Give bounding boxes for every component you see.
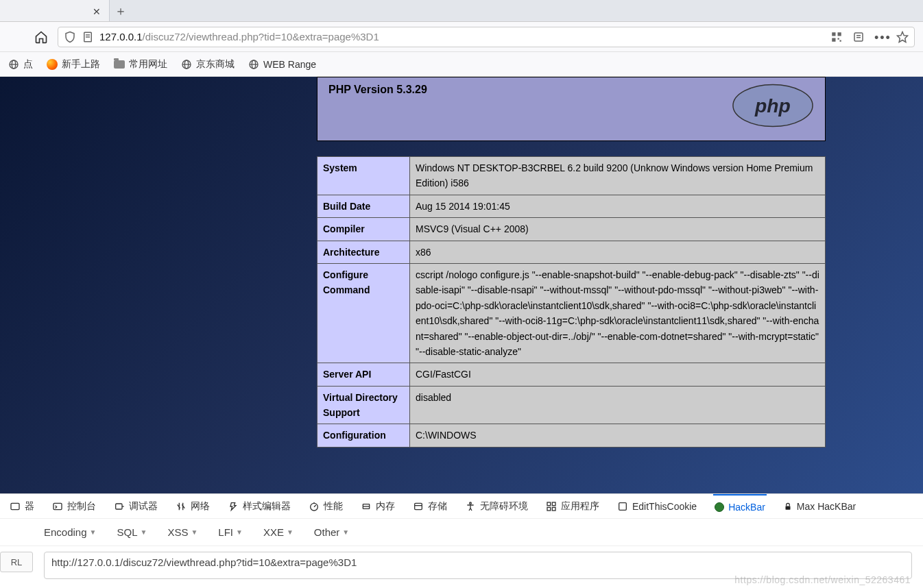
php-logo: php — [732, 84, 814, 127]
new-tab-button[interactable]: ＋ — [110, 0, 132, 21]
svg-rect-33 — [552, 502, 555, 506]
bookmark-item[interactable]: WEB Range — [248, 59, 316, 70]
hackbar-url-input[interactable] — [44, 552, 912, 579]
menu-label: Other — [314, 526, 340, 538]
devtab-performance[interactable]: 性能 — [307, 494, 344, 518]
hackbar-xss-menu[interactable]: XSS▼ — [167, 526, 197, 538]
table-row: Server APICGI/FastCGI — [317, 363, 826, 386]
hackbar-xxe-menu[interactable]: XXE▼ — [263, 526, 293, 538]
devtab-application[interactable]: 应用程序 — [544, 494, 601, 518]
hackbar-encoding-menu[interactable]: Encoding▼ — [44, 526, 96, 538]
devtab-accessibility[interactable]: 无障碍环境 — [464, 494, 529, 518]
bookmark-star-icon[interactable] — [896, 31, 909, 43]
bookmark-item[interactable]: 点 — [8, 58, 33, 71]
devtab-label: Max HacKBar — [797, 501, 856, 512]
bookmark-item[interactable]: 新手上路 — [47, 58, 100, 71]
home-button[interactable] — [34, 30, 48, 44]
menu-label: SQL — [117, 526, 137, 538]
phpinfo-key: Server API — [317, 363, 410, 386]
qr-icon[interactable] — [830, 31, 843, 43]
devtab-storage[interactable]: 存储 — [411, 494, 448, 518]
hackbar-icon — [715, 502, 724, 512]
devtab-style[interactable]: 样式编辑器 — [226, 494, 292, 518]
menu-label: XXE — [263, 526, 284, 538]
network-icon — [176, 501, 187, 512]
devtab-hackbar[interactable]: HackBar — [713, 494, 767, 518]
devtab-console[interactable]: 控制台 — [51, 494, 97, 518]
folder-icon — [114, 59, 125, 70]
table-row: CompilerMSVC9 (Visual C++ 2008) — [317, 218, 826, 241]
browser-tab[interactable]: ✕ — [0, 0, 110, 21]
bookmark-label: 新手上路 — [62, 58, 100, 71]
devtab-label: EditThisCookie — [632, 501, 697, 512]
bookmark-item[interactable]: 京东商城 — [181, 58, 235, 71]
firefox-icon — [47, 59, 58, 70]
hackbar-sql-menu[interactable]: SQL▼ — [117, 526, 147, 538]
phpinfo-value: Aug 15 2014 19:01:45 — [410, 195, 826, 217]
svg-rect-7 — [840, 40, 841, 41]
reader-icon[interactable] — [852, 31, 865, 43]
browser-tabbar: ✕ ＋ — [0, 0, 923, 22]
phpinfo-container: PHP Version 5.3.29 php SystemWindows NT … — [317, 77, 826, 448]
bookmarks-toolbar: 点 新手上路 常用网址 京东商城 WEB Range — [0, 52, 923, 77]
devtab-maxhackbar[interactable]: Max HacKBar — [782, 494, 857, 518]
bookmark-label: 常用网址 — [129, 58, 167, 71]
performance-icon — [309, 501, 320, 512]
devtab-label: 控制台 — [67, 500, 96, 513]
style-icon — [228, 501, 239, 512]
hackbar-toolbar: Encoding▼ SQL▼ XSS▼ LFI▼ XXE▼ Other▼ — [0, 518, 923, 546]
devtab-memory[interactable]: 内存 — [359, 494, 396, 518]
devtab-debugger[interactable]: 调试器 — [112, 494, 159, 518]
globe-icon — [181, 59, 192, 70]
svg-rect-5 — [832, 38, 835, 41]
phpinfo-value: C:\WINDOWS — [410, 424, 826, 447]
phpinfo-key: System — [317, 157, 410, 195]
inspector-icon — [10, 501, 21, 512]
devtab-network[interactable]: 网络 — [174, 494, 211, 518]
phpinfo-value: MSVC9 (Visual C++ 2008) — [410, 218, 826, 241]
devtab-label: 样式编辑器 — [243, 500, 291, 513]
svg-rect-24 — [53, 503, 62, 509]
devtab-label: 网络 — [191, 500, 210, 513]
page-content: PHP Version 5.3.29 php SystemWindows NT … — [0, 77, 923, 493]
phpinfo-value: Windows NT DESKTOP-B3CRBEL 6.2 build 920… — [410, 157, 826, 195]
devtab-editthiscookie[interactable]: EditThisCookie — [616, 494, 698, 518]
devtab-inspector[interactable]: 器 — [8, 494, 36, 518]
php-version-title: PHP Version 5.3.29 — [328, 84, 427, 96]
hackbar-url-label: RL — [0, 552, 33, 572]
memory-icon — [361, 501, 372, 512]
console-icon — [52, 501, 63, 512]
table-row: Configure Commandcscript /nologo configu… — [317, 263, 826, 363]
devtab-label: 存储 — [428, 500, 447, 513]
address-bar: 127.0.0.1/discuz72/viewthread.php?tid=10… — [0, 22, 923, 52]
devtab-label: 器 — [25, 500, 34, 513]
caret-icon: ▼ — [140, 528, 147, 536]
accessibility-icon — [465, 501, 476, 512]
bookmark-item[interactable]: 常用网址 — [114, 58, 167, 71]
table-row: Virtual Directory Supportdisabled — [317, 386, 826, 424]
hackbar-lfi-menu[interactable]: LFI▼ — [218, 526, 243, 538]
caret-icon: ▼ — [287, 528, 293, 536]
svg-rect-29 — [415, 503, 422, 509]
globe-icon — [248, 59, 259, 70]
url-input[interactable]: 127.0.0.1/discuz72/viewthread.php?tid=10… — [58, 27, 915, 47]
bookmark-label: WEB Range — [263, 59, 316, 70]
table-row: Architecturex86 — [317, 241, 826, 263]
svg-rect-4 — [838, 32, 841, 36]
hackbar-other-menu[interactable]: Other▼ — [314, 526, 349, 538]
hackbar-url-row: RL https://blog.csdn.net/weixin_52263461 — [0, 546, 923, 588]
close-icon[interactable]: ✕ — [93, 6, 102, 16]
phpinfo-key: Configuration — [317, 424, 410, 447]
application-icon — [546, 501, 557, 512]
phpinfo-key: Compiler — [317, 218, 410, 241]
caret-icon: ▼ — [191, 528, 197, 536]
svg-rect-32 — [547, 502, 551, 506]
table-row: Build DateAug 15 2014 19:01:45 — [317, 195, 826, 217]
menu-label: Encoding — [44, 526, 87, 538]
more-icon[interactable]: ••• — [874, 31, 887, 43]
svg-rect-6 — [838, 38, 839, 39]
svg-rect-25 — [116, 504, 122, 509]
globe-icon — [8, 59, 19, 70]
phpinfo-key: Configure Command — [317, 263, 410, 363]
shield-icon — [64, 31, 76, 43]
